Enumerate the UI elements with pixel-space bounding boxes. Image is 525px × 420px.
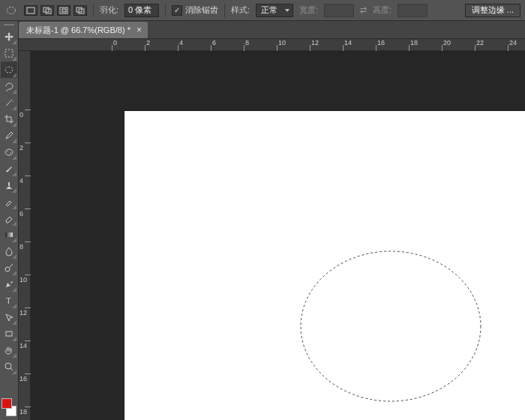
document-tab[interactable]: 未标题-1 @ 66.7%(RGB/8) * × — [19, 22, 148, 38]
svg-point-17 — [5, 363, 11, 369]
ruler-horizontal[interactable]: 024681012141618202224262830 — [19, 39, 525, 51]
workspace[interactable] — [31, 51, 525, 420]
new-selection-icon[interactable] — [24, 5, 38, 16]
blur-tool[interactable] — [1, 243, 17, 260]
spot-healing-tool[interactable] — [1, 144, 17, 160]
dodge-tool[interactable] — [1, 260, 17, 276]
svg-point-18 — [301, 251, 481, 401]
svg-point-9 — [5, 67, 13, 73]
antialias-toggle[interactable]: 消除锯齿 — [172, 4, 218, 16]
close-icon[interactable]: × — [136, 26, 142, 34]
lasso-tool[interactable] — [1, 78, 17, 94]
canvas[interactable] — [124, 111, 525, 420]
svg-point-12 — [10, 152, 10, 153]
clone-stamp-tool[interactable] — [1, 177, 17, 194]
swap-dimensions-icon: ⇄ — [360, 5, 367, 15]
feather-label: 羽化: — [100, 4, 118, 16]
svg-point-0 — [8, 7, 16, 14]
svg-point-11 — [7, 151, 8, 152]
svg-point-14 — [5, 267, 10, 272]
selection-mode-group — [24, 5, 87, 16]
svg-rect-16 — [6, 332, 12, 336]
history-brush-tool[interactable] — [1, 194, 17, 210]
width-label: 宽度: — [299, 4, 318, 16]
color-swatches[interactable] — [1, 398, 17, 417]
pen-tool[interactable] — [1, 276, 17, 292]
svg-rect-1 — [27, 8, 34, 14]
crop-tool[interactable] — [1, 111, 17, 128]
subtract-from-selection-icon[interactable] — [57, 5, 70, 16]
antialias-label: 消除锯齿 — [185, 4, 218, 16]
document-tab-title: 未标题-1 @ 66.7%(RGB/8) * — [26, 25, 130, 36]
gradient-tool[interactable] — [1, 226, 17, 243]
eyedropper-tool[interactable] — [1, 128, 17, 144]
svg-rect-13 — [5, 232, 13, 237]
elliptical-marquee-tool[interactable] — [1, 62, 17, 78]
magic-wand-tool[interactable] — [1, 94, 17, 111]
feather-input[interactable]: 0 像素 — [124, 4, 159, 17]
type-tool[interactable]: T — [1, 292, 17, 309]
svg-point-10 — [5, 149, 13, 155]
document-tabs: 未标题-1 @ 66.7%(RGB/8) * × — [0, 21, 525, 39]
ruler-vertical[interactable]: 02468101214161820 — [19, 51, 31, 420]
active-tool-icon — [4, 4, 18, 17]
style-label: 样式: — [231, 4, 250, 16]
width-input — [324, 4, 354, 17]
toolbox: T — [0, 21, 19, 420]
svg-text:T: T — [6, 296, 11, 305]
check-icon — [172, 5, 182, 16]
elliptical-selection[interactable] — [297, 246, 484, 407]
height-input — [398, 4, 428, 17]
zoom-tool[interactable] — [1, 358, 17, 375]
add-to-selection-icon[interactable] — [40, 5, 54, 16]
eraser-tool[interactable] — [1, 210, 17, 226]
svg-rect-5 — [62, 9, 66, 12]
foreground-swatch[interactable] — [2, 398, 12, 409]
brush-tool[interactable] — [1, 160, 17, 177]
path-selection-tool[interactable] — [1, 309, 17, 326]
rectangular-marquee-tool[interactable] — [1, 45, 17, 62]
style-select[interactable]: 正常 — [256, 4, 293, 17]
height-label: 高度: — [373, 4, 392, 16]
refine-edge-button[interactable]: 调整边缘 ... — [465, 4, 520, 17]
hand-tool[interactable] — [1, 342, 17, 358]
rectangle-tool[interactable] — [1, 326, 17, 342]
options-bar: 羽化: 0 像素 消除锯齿 样式: 正常 宽度: ⇄ 高度: 调整边缘 ... — [0, 0, 525, 21]
intersect-selection-icon[interactable] — [74, 5, 87, 16]
move-tool[interactable] — [1, 28, 17, 45]
